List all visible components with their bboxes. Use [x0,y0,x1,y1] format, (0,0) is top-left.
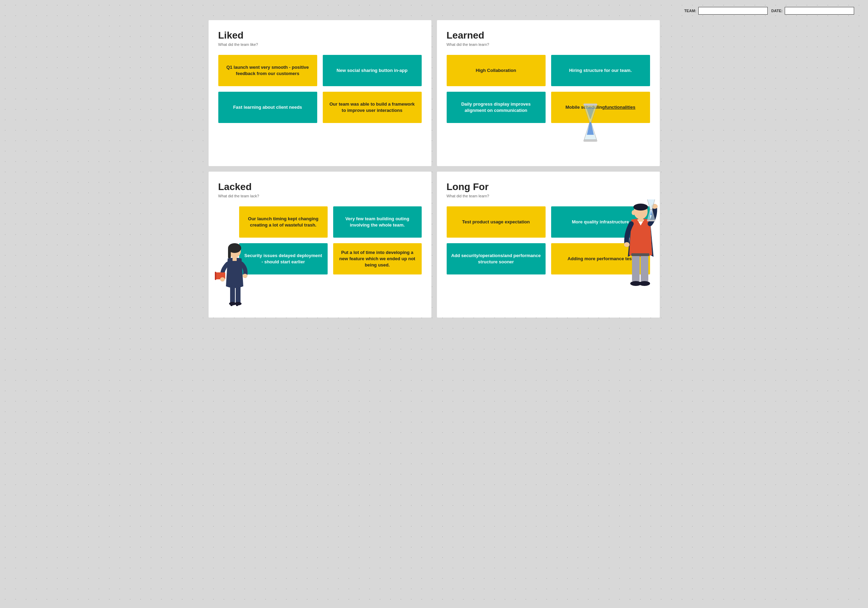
svg-rect-15 [230,286,235,303]
learned-sticky-2: Hiring structure for our team. [551,55,650,86]
longfor-subtitle: What did the team learn? [447,194,650,198]
svg-point-22 [633,204,648,210]
liked-sticky-4: Our team was able to build a framework t… [323,92,422,123]
learned-subtitle: What did the team learn? [447,42,650,47]
lacked-subtitle: What did the team lack? [218,194,422,198]
lacked-quadrant: Lacked What did the team lack? Our launc… [209,172,431,317]
svg-rect-9 [228,248,231,258]
date-label: DATE: [771,9,783,13]
main-grid: Liked What did the team like? Q1 launch … [209,20,660,317]
svg-rect-12 [215,272,216,280]
date-field: DATE: [771,7,854,15]
liked-subtitle: What did the team like? [218,42,422,47]
learned-sticky-3: Daily progress display improves alignmen… [447,92,546,123]
learned-stickies: High Collaboration Hiring structure for … [447,55,650,123]
team-input[interactable] [698,7,768,15]
liked-quadrant: Liked What did the team like? Q1 launch … [209,20,431,166]
lacked-stickies: Our launch timing kept changing creating… [239,206,422,274]
svg-rect-16 [236,286,240,303]
lacked-sticky-1: Our launch timing kept changing creating… [239,206,328,238]
liked-sticky-3: Fast learning about client needs [218,92,317,123]
svg-rect-34 [647,220,655,221]
svg-point-23 [632,210,635,215]
liked-stickies: Q1 launch went very smooth - positive fe… [218,55,422,123]
svg-point-13 [220,277,225,281]
man-figure [604,199,660,317]
team-field: TEAM: [684,7,768,15]
longfor-sticky-1: Test product usage expectation [447,206,546,238]
liked-sticky-2: New social sharing button in-app [323,55,422,86]
lacked-sticky-2: Very few team building outing involving … [333,206,422,238]
svg-rect-10 [232,257,237,261]
svg-rect-28 [632,254,640,282]
svg-point-14 [243,274,248,278]
date-input[interactable] [785,7,854,15]
hourglass-decoration [577,104,604,138]
header: TEAM: DATE: [7,7,861,15]
woman-figure [212,241,257,317]
liked-sticky-1: Q1 launch went very smooth - positive fe… [218,55,317,86]
svg-rect-25 [638,217,643,222]
learned-title: Learned [447,30,650,41]
svg-point-32 [639,281,650,286]
svg-rect-29 [641,254,648,282]
svg-rect-20 [236,302,238,306]
svg-rect-18 [231,302,232,306]
longfor-quadrant: Long For What did the team learn? Test p… [437,172,660,317]
team-label: TEAM: [684,9,696,13]
longfor-sticky-3: Add security/operations/and performance … [447,243,546,274]
lacked-sticky-4: Put a lot of time into developing a new … [333,243,422,274]
svg-point-27 [624,242,629,247]
lacked-title: Lacked [218,181,422,193]
svg-rect-30 [631,253,649,256]
longfor-title: Long For [447,181,650,193]
svg-rect-0 [583,104,597,106]
svg-rect-1 [583,140,597,142]
learned-sticky-1: High Collaboration [447,55,546,86]
liked-title: Liked [218,30,422,41]
learned-quadrant: Learned What did the team learn? High Co… [437,20,660,166]
